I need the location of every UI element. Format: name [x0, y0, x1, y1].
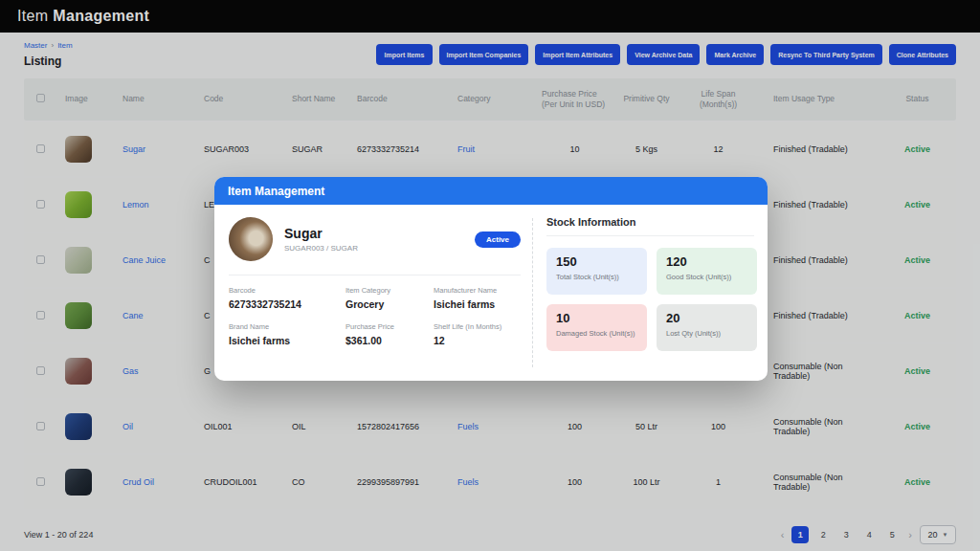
status-badge: Active	[475, 231, 521, 248]
modal-vertical-divider	[532, 218, 533, 367]
item-management-screen: Item Management Master › Item Listing Im…	[0, 0, 980, 551]
modal-title-bar: Item Management	[214, 177, 768, 205]
good-stock-card: 120 Good Stock (Unit(s))	[657, 248, 757, 295]
field-purchase-price: Purchase Price $361.00	[345, 322, 434, 346]
item-avatar	[229, 217, 273, 261]
item-profile: Sugar SUGAR003 / SUGAR Active	[229, 217, 521, 261]
stock-heading: Stock Information	[546, 216, 754, 228]
field-item-category: Item Category Grocery	[345, 286, 434, 310]
item-detail-modal: Item Management Sugar SUGAR003 / SUGAR A…	[214, 177, 768, 381]
field-manufacturer-name: Manufacturer Name Isichei farms	[434, 286, 525, 310]
item-subtitle: SUGAR003 / SUGAR	[284, 244, 475, 253]
stock-information: Stock Information 150 Total Stock (Unit(…	[546, 216, 754, 351]
field-shelf-life: Shelf Life (In Months) 12	[434, 322, 525, 346]
modal-title: Item Management	[228, 185, 324, 198]
field-barcode: Barcode 6273332735214	[229, 286, 345, 310]
item-fields: Barcode 6273332735214 Item Category Groc…	[229, 286, 525, 346]
item-name: Sugar	[284, 226, 475, 241]
modal-divider	[229, 275, 521, 276]
total-stock-card: 150 Total Stock (Unit(s))	[546, 248, 647, 295]
damaged-stock-card: 10 Damaged Stock (Unit(s))	[546, 304, 647, 351]
lost-qty-card: 20 Lost Qty (Unit(s))	[657, 304, 757, 351]
field-brand-name: Brand Name Isichei farms	[229, 322, 345, 346]
